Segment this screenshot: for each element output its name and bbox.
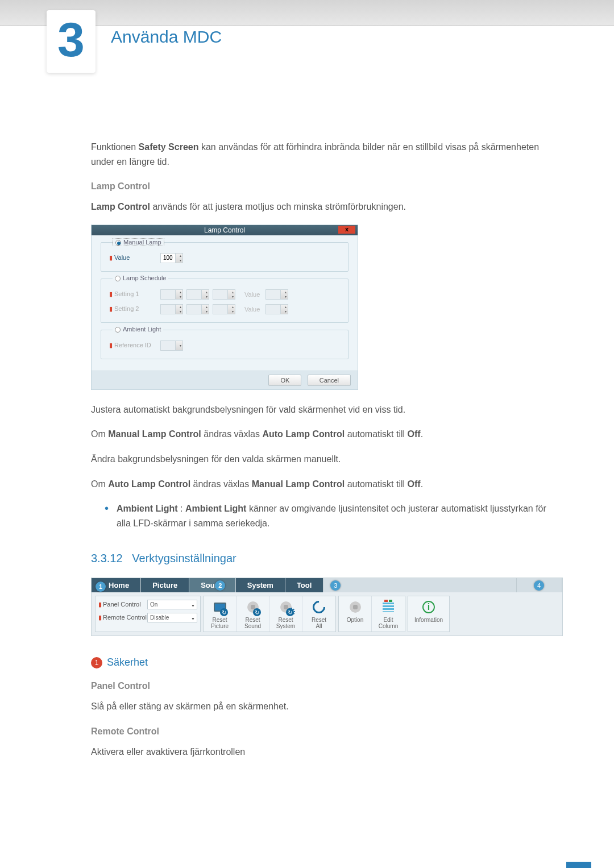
security-callout: 1 Säkerhet — [91, 657, 563, 668]
setting2-spin3: ▴▾ — [213, 304, 235, 314]
radio-icon[interactable] — [115, 276, 121, 281]
callout-3: 3 — [330, 580, 341, 591]
setting1-spin3: ▴▾ — [213, 289, 235, 300]
callout-1: 1 — [96, 582, 106, 592]
value-spinner[interactable]: 100▴▾ — [160, 253, 183, 263]
panel-control-heading: Panel Control — [91, 681, 563, 691]
lamp-control-heading: Lamp Control — [91, 181, 563, 192]
info-icon: i — [422, 601, 435, 613]
panel-control-label: ▮Panel Control — [98, 601, 147, 608]
radio-icon[interactable] — [115, 327, 121, 333]
tab-picture[interactable]: Picture — [141, 578, 189, 592]
lamp-control-dialog: Lamp Control x Manual Lamp ▮Value 100▴▾ … — [91, 225, 358, 390]
setting2-spin4: ▴▾ — [265, 304, 288, 314]
value-label: ▮Value — [109, 254, 160, 261]
manual-lamp-group: Manual Lamp ▮Value 100▴▾ — [101, 242, 349, 272]
refresh-icon: ↻ — [286, 608, 294, 616]
manual-switch-paragraph: Om Manual Lamp Control ändras växlas Aut… — [91, 427, 563, 442]
reset-system-button[interactable]: ↻ Reset System — [269, 596, 302, 632]
refresh-icon: ↻ — [220, 608, 228, 616]
cycle-icon — [310, 599, 327, 616]
chapter-badge: 3 — [47, 10, 96, 73]
reset-picture-button[interactable]: ↻ Reset Picture — [204, 596, 237, 632]
tab-sound[interactable]: Sound 2 — [189, 578, 235, 592]
close-icon[interactable]: x — [338, 226, 355, 234]
ambient-light-legend[interactable]: Ambient Light — [113, 326, 163, 333]
auto-adjust-paragraph: Justera automatiskt bakgrundsbelysningen… — [91, 402, 563, 417]
information-button[interactable]: i Information — [408, 596, 449, 632]
panel-control-desc: Slå på eller stäng av skärmen på en skär… — [91, 699, 563, 714]
toolbar-figure: 1 Home Picture Sound 2 System Tool 3 4 ▮… — [91, 578, 563, 636]
panel-control-select[interactable]: On — [147, 600, 197, 609]
remote-control-desc: Aktivera eller avaktivera fjärrkontrolle… — [91, 745, 563, 759]
remote-control-heading: Remote Control — [91, 726, 563, 737]
remote-control-select[interactable]: Disable — [147, 613, 197, 622]
lamp-schedule-legend[interactable]: Lamp Schedule — [113, 275, 168, 281]
option-button[interactable]: Option — [339, 596, 372, 632]
footer: 3 Använda MDC 91 — [0, 862, 614, 868]
remote-control-label: ▮Remote Control — [98, 614, 147, 621]
radio-icon[interactable] — [115, 240, 121, 246]
columns-icon — [383, 603, 394, 612]
reset-all-button[interactable]: Reset All — [302, 596, 335, 632]
reset-group: ↻ Reset Picture ↻ Reset Sound ↻ Reset Sy… — [203, 596, 336, 632]
setting1-spin2: ▴▾ — [186, 289, 209, 300]
change-backlight-paragraph: Ändra bakgrundsbelysningen för den valda… — [91, 452, 563, 467]
refresh-icon: ↻ — [253, 608, 261, 616]
reference-id-select: ▾ — [160, 340, 183, 351]
manual-lamp-legend[interactable]: Manual Lamp — [113, 238, 164, 246]
tab-tool[interactable]: Tool — [285, 578, 323, 592]
callout-badge-1: 1 — [91, 657, 102, 668]
setting1-spin4: ▴▾ — [265, 289, 288, 300]
ambient-light-bullet: • Ambient Light : Ambient Light känner a… — [105, 501, 563, 530]
lamp-control-desc: Lamp Control används för att justera mot… — [91, 200, 563, 214]
reference-id-label: ▮Reference ID — [109, 342, 160, 349]
tab-row: 1 Home Picture Sound 2 System Tool 3 4 — [92, 578, 562, 592]
ok-button[interactable]: OK — [268, 375, 301, 386]
tab-home[interactable]: 1 Home — [92, 578, 141, 592]
option-group: Option Edit Column — [338, 596, 405, 632]
lamp-schedule-group: Lamp Schedule ▮Setting 1 ▴▾ ▴▾ ▴▾ Value … — [101, 279, 349, 323]
setting2-spin1: ▴▾ — [160, 304, 183, 314]
bullet-icon: • — [105, 501, 109, 530]
setting1-label: ▮Setting 1 — [109, 290, 160, 298]
dialog-titlebar: Lamp Control x — [92, 225, 358, 235]
auto-switch-paragraph: Om Auto Lamp Control ändras växlas Manua… — [91, 477, 563, 492]
edit-column-button[interactable]: Edit Column — [372, 596, 405, 632]
chapter-number: 3 — [57, 15, 85, 64]
section-title: 3.3.12 Verktygsinställningar — [91, 552, 563, 565]
ambient-light-group: Ambient Light ▮Reference ID ▾ — [101, 330, 349, 359]
callout-4: 4 — [534, 580, 544, 591]
chapter-title: Använda MDC — [111, 27, 222, 47]
cancel-button[interactable]: Cancel — [308, 375, 351, 386]
info-group: i Information — [408, 596, 450, 632]
page-number: 91 — [566, 862, 591, 868]
gear-icon — [350, 601, 361, 613]
security-panel: ▮Panel Control On ▮Remote Control Disabl… — [95, 596, 201, 632]
setting1-spin1: ▴▾ — [160, 289, 183, 300]
reset-sound-button[interactable]: ↻ Reset Sound — [237, 596, 269, 632]
setting2-label: ▮Setting 2 — [109, 305, 160, 313]
safety-screen-paragraph: Funktionen Safety Screen kan användas fö… — [91, 140, 563, 169]
setting2-spin2: ▴▾ — [186, 304, 209, 314]
tab-system[interactable]: System — [236, 578, 285, 592]
security-heading: Säkerhet — [107, 657, 148, 668]
